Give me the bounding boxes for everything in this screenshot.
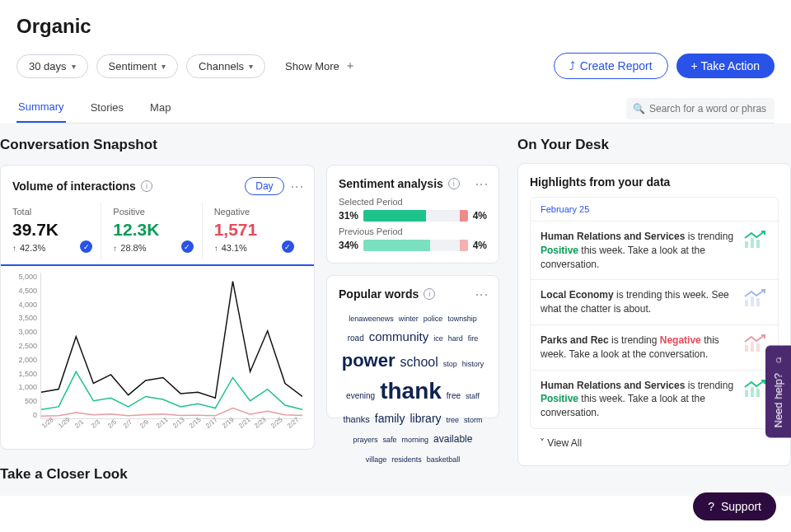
highlights-list: February 25 Human Relations and Services… bbox=[530, 197, 779, 429]
y-tick: 3,000 bbox=[12, 328, 40, 336]
metric-negative[interactable]: Negative 1,571 ↑43.1%✓ bbox=[203, 202, 302, 261]
search-input[interactable] bbox=[626, 98, 775, 119]
highlight-text: Local Economy is trending this week. See… bbox=[541, 288, 735, 316]
filter-period[interactable]: 30 days▾ bbox=[16, 54, 88, 78]
info-icon[interactable]: i bbox=[448, 178, 460, 189]
info-icon[interactable]: i bbox=[141, 180, 152, 192]
word-cloud-word[interactable]: library bbox=[407, 410, 443, 427]
highlight-text: Human Relations and Services is trending… bbox=[541, 230, 735, 271]
support-button[interactable]: ? Support bbox=[693, 492, 776, 520]
chevron-down-icon: ˅ bbox=[540, 437, 545, 449]
metric-total-value: 39.7K bbox=[12, 220, 91, 240]
word-cloud-word[interactable]: police bbox=[421, 314, 446, 325]
word-cloud-word[interactable]: ice bbox=[431, 334, 446, 345]
svg-rect-10 bbox=[751, 387, 754, 397]
word-cloud-word[interactable]: road bbox=[345, 332, 367, 344]
upload-icon: ⤴ bbox=[569, 59, 575, 72]
word-cloud: lenaweenewswinterpolicetownshiproadcommu… bbox=[339, 307, 487, 406]
word-cloud-word[interactable]: village bbox=[363, 455, 390, 466]
view-all-label: View All bbox=[547, 437, 582, 449]
svg-rect-9 bbox=[745, 390, 748, 397]
metric-positive-delta: 28.8% bbox=[120, 243, 146, 253]
more-icon[interactable]: ⋮ bbox=[475, 178, 487, 189]
word-cloud-word[interactable]: morning bbox=[400, 435, 432, 446]
highlight-item[interactable]: Local Economy is trending this week. See… bbox=[531, 280, 778, 325]
trend-icon bbox=[743, 334, 768, 353]
highlight-item[interactable]: Human Relations and Services is trending… bbox=[531, 222, 778, 280]
metric-positive[interactable]: Positive 12.3K ↑28.8%✓ bbox=[101, 202, 202, 261]
check-icon: ✓ bbox=[282, 240, 294, 253]
metric-negative-value: 1,571 bbox=[214, 220, 293, 240]
word-cloud-word[interactable]: history bbox=[460, 359, 487, 371]
word-cloud-word[interactable]: stop bbox=[441, 359, 460, 371]
on-your-desk-title: On Your Desk bbox=[517, 137, 791, 153]
filter-sentiment[interactable]: Sentiment▾ bbox=[96, 54, 179, 78]
word-cloud-word[interactable]: fire bbox=[466, 334, 481, 345]
more-icon[interactable]: ⋮ bbox=[291, 180, 302, 192]
conversation-snapshot-title: Conversation Snapshot bbox=[0, 137, 503, 153]
volume-toggle-day[interactable]: Day bbox=[245, 177, 283, 195]
page-title: Organic bbox=[16, 15, 775, 38]
y-tick: 4,000 bbox=[12, 301, 40, 309]
filter-show-more[interactable]: Show More＋ bbox=[274, 54, 367, 78]
word-cloud-word[interactable]: storm bbox=[461, 415, 485, 427]
popular-words-title: Popular words i bbox=[339, 287, 435, 301]
filter-sentiment-label: Sentiment bbox=[109, 60, 157, 72]
word-cloud-word[interactable]: safe bbox=[381, 435, 400, 446]
highlight-item[interactable]: Human Relations and Services is trending… bbox=[531, 371, 778, 428]
word-cloud-word[interactable]: staff bbox=[463, 391, 482, 403]
tab-summary[interactable]: Summary bbox=[16, 94, 66, 123]
svg-rect-5 bbox=[756, 298, 760, 306]
word-cloud-word[interactable]: thanks bbox=[340, 413, 372, 427]
info-icon[interactable]: i bbox=[424, 288, 435, 300]
filter-show-more-label: Show More bbox=[285, 60, 339, 72]
svg-rect-0 bbox=[745, 241, 748, 248]
word-cloud-word[interactable]: township bbox=[445, 314, 480, 325]
word-cloud-word[interactable]: lenaweenews bbox=[346, 314, 396, 325]
filter-channels[interactable]: Channels▾ bbox=[186, 54, 265, 78]
word-cloud-word[interactable]: thank bbox=[377, 374, 444, 408]
highlights-card: Highlights from your data February 25 Hu… bbox=[517, 163, 791, 466]
tab-map[interactable]: Map bbox=[148, 95, 172, 122]
y-tick: 1,500 bbox=[12, 370, 40, 378]
more-icon[interactable]: ⋮ bbox=[475, 288, 487, 300]
word-cloud-word[interactable]: community bbox=[367, 328, 432, 347]
word-cloud-word[interactable]: school bbox=[398, 352, 441, 372]
filter-channels-label: Channels bbox=[199, 60, 244, 72]
word-cloud-word[interactable]: prayers bbox=[351, 435, 381, 446]
word-cloud-word[interactable]: free bbox=[444, 390, 463, 402]
volume-chart: 5,0004,5004,0003,5003,0002,5002,0001,500… bbox=[12, 273, 302, 437]
svg-rect-8 bbox=[756, 343, 760, 352]
tab-stories[interactable]: Stories bbox=[89, 95, 125, 122]
highlight-text: Human Relations and Services is trending… bbox=[541, 379, 735, 420]
metric-total[interactable]: Total 39.7K ↑42.3%✓ bbox=[12, 202, 101, 261]
need-help-tab[interactable]: Need help? ⌕ bbox=[765, 346, 791, 438]
svg-rect-6 bbox=[745, 345, 748, 352]
svg-rect-7 bbox=[751, 342, 754, 352]
search-icon: 🔍 bbox=[633, 103, 645, 114]
word-cloud-word[interactable]: available bbox=[431, 432, 475, 446]
highlight-item[interactable]: Parks and Rec is trending Negative this … bbox=[531, 325, 778, 371]
metric-negative-delta: 43.1% bbox=[222, 243, 247, 253]
x-axis: 1/281/292/12/32/52/72/92/112/132/152/172… bbox=[40, 419, 302, 437]
word-cloud-word[interactable]: residents bbox=[389, 455, 424, 466]
word-cloud-word[interactable]: family bbox=[372, 410, 408, 427]
metrics-row: Total 39.7K ↑42.3%✓ Positive 12.3K ↑28.8… bbox=[12, 202, 302, 261]
sentiment-title: Sentiment analysis i bbox=[339, 177, 460, 190]
word-cloud-word[interactable]: evening bbox=[344, 390, 377, 402]
view-all-button[interactable]: ˅ View All bbox=[530, 429, 779, 457]
highlight-text: Parks and Rec is trending Negative this … bbox=[541, 334, 735, 362]
create-report-button[interactable]: ⤴ Create Report bbox=[554, 53, 668, 79]
sentiment-title-text: Sentiment analysis bbox=[339, 177, 443, 190]
trend-icon bbox=[743, 288, 768, 308]
word-cloud-word[interactable]: basketball bbox=[424, 455, 463, 466]
word-cloud-word[interactable]: hard bbox=[446, 334, 466, 345]
arrow-up-icon: ↑ bbox=[214, 244, 218, 253]
take-action-button[interactable]: + Take Action bbox=[676, 54, 775, 78]
sentiment-selected-pos: 31% bbox=[339, 210, 358, 222]
word-cloud-word[interactable]: power bbox=[339, 347, 398, 374]
support-label: Support bbox=[721, 500, 761, 513]
tab-row: Summary Stories Map 🔍 bbox=[16, 94, 775, 124]
word-cloud-word[interactable]: winter bbox=[396, 314, 421, 325]
word-cloud-word[interactable]: tree bbox=[444, 415, 462, 427]
